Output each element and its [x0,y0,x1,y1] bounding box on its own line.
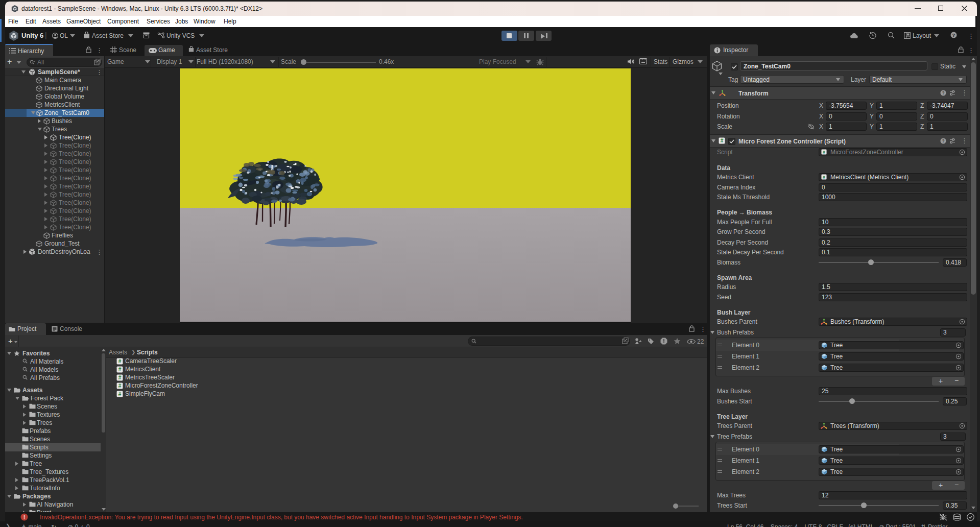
svg-text:#: # [118,391,122,397]
svg-text:#: # [721,138,724,143]
svg-text:#: # [118,358,122,364]
svg-text:#: # [823,150,825,155]
svg-text:#: # [118,375,122,380]
svg-text:?: ? [942,90,944,95]
svg-text:?: ? [942,138,944,143]
svg-text:#: # [118,367,122,372]
svg-text:#: # [118,383,122,389]
svg-text:?: ? [952,33,955,38]
svg-text:#: # [823,175,825,180]
